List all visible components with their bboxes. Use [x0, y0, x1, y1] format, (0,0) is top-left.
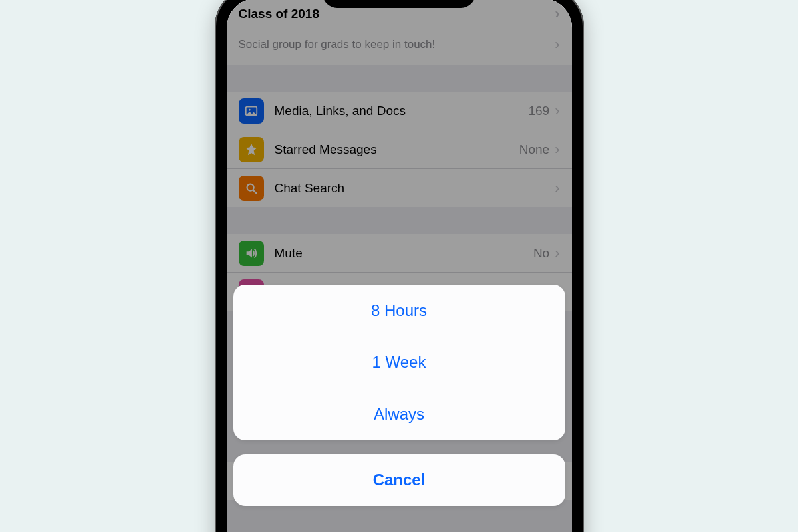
option-label: Always [374, 405, 424, 424]
action-sheet-cancel: Cancel [233, 454, 565, 506]
option-label: 1 Week [372, 353, 426, 372]
mute-option-1-week[interactable]: 1 Week [233, 336, 565, 388]
cancel-label: Cancel [373, 471, 426, 489]
phone-screen: Class of 2018 › Social group for grads t… [227, 0, 572, 532]
mute-option-8-hours[interactable]: 8 Hours [233, 285, 565, 336]
phone-notch [323, 0, 475, 8]
action-sheet-options: 8 Hours 1 Week Always [233, 285, 565, 440]
cancel-button[interactable]: Cancel [233, 454, 565, 506]
action-sheet: 8 Hours 1 Week Always [233, 285, 565, 440]
option-label: 8 Hours [371, 301, 427, 320]
mute-option-always[interactable]: Always [233, 388, 565, 440]
action-sheet-cancel-wrap: Cancel [233, 454, 565, 506]
phone-frame: Class of 2018 › Social group for grads t… [215, 0, 584, 532]
dim-overlay[interactable] [227, 0, 572, 532]
